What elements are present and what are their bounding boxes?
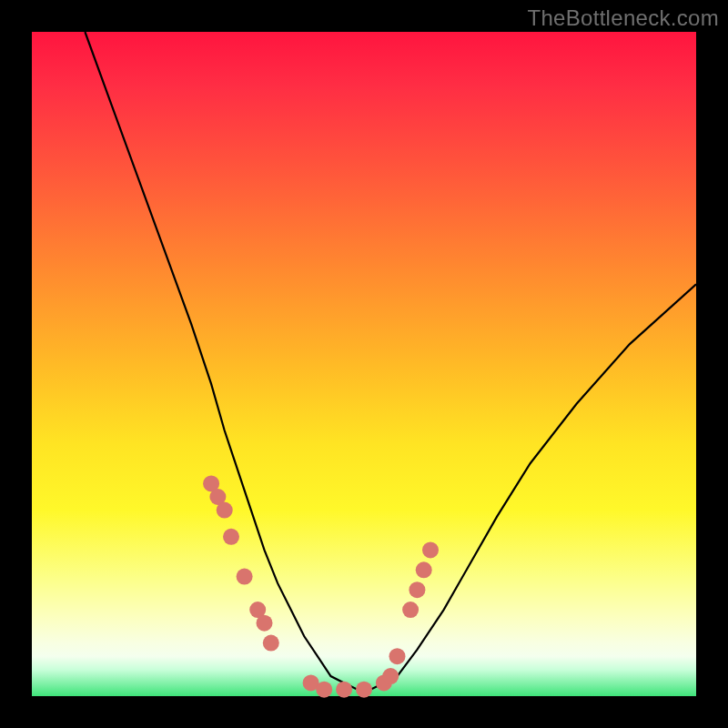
marker-dot <box>263 635 279 652</box>
chart-svg <box>32 32 696 696</box>
marker-dot <box>409 581 425 598</box>
marker-dot <box>336 682 352 698</box>
marker-dot <box>316 682 332 698</box>
marker-dot <box>389 648 406 664</box>
chart-frame: TheBottleneck.com <box>0 0 728 728</box>
marker-dot <box>237 569 253 585</box>
marker-dot <box>422 541 439 558</box>
marker-dot <box>402 602 419 618</box>
marker-dot <box>257 615 273 632</box>
marker-dot <box>356 682 372 698</box>
bottleneck-curve <box>85 32 696 690</box>
marker-dot <box>416 561 432 578</box>
marker-dot <box>217 502 233 519</box>
marker-dot <box>223 529 239 545</box>
marker-dot <box>382 668 399 684</box>
highlighted-points <box>203 475 439 697</box>
watermark-text: TheBottleneck.com <box>527 5 719 31</box>
